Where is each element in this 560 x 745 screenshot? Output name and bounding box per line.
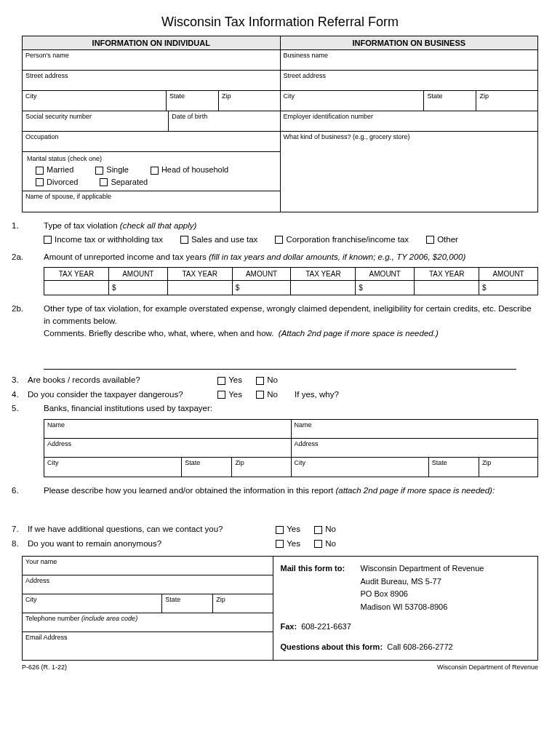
dob-field[interactable]: Date of birth [169,111,279,132]
ty1[interactable] [44,280,109,295]
th-amt-3: AMOUNT [356,267,415,280]
amt4[interactable]: $ [479,280,538,295]
bank1-city[interactable]: City [44,458,182,477]
q2b: 2b.Other type of tax violation, for exam… [22,303,538,340]
q4: 4.Do you consider the taxpayer dangerous… [22,389,538,401]
q3-no[interactable]: No [244,375,278,384]
q8-no[interactable]: No [303,539,336,548]
your-city[interactable]: City [23,594,162,613]
your-address[interactable]: Address [23,575,273,594]
questions-line: Questions about this form: Call 608-266-… [281,641,531,654]
your-info: Your name Address City State Zip Telepho… [23,557,273,660]
th-amt-2: AMOUNT [232,267,291,280]
q5: 5.Banks, financial institutions used by … [22,402,538,415]
form-number: P-626 (R. 1-22) [22,664,67,671]
mail-address: Wisconsin Department of RevenueAudit Bur… [361,562,484,613]
q4-yes[interactable]: Yes [206,390,242,399]
ssn-field[interactable]: Social security number [23,111,169,132]
your-zip[interactable]: Zip [213,594,272,613]
th-year-3: TAX YEAR [291,267,356,280]
bank2-zip[interactable]: Zip [479,458,537,477]
bus-state-field[interactable]: State [424,91,476,111]
bus-city-field[interactable]: City [281,91,425,111]
ty4[interactable] [415,280,479,295]
amt1[interactable]: $ [108,280,167,295]
bus-zip-field[interactable]: Zip [476,91,537,111]
section-headers: INFORMATION ON INDIVIDUAL INFORMATION ON… [22,36,538,50]
th-amt-1: AMOUNT [108,267,167,280]
bank2-state[interactable]: State [429,458,479,477]
ein-field[interactable]: Employer identification number [281,111,538,132]
q4-no[interactable]: No [244,390,278,399]
marital-single[interactable]: Single [95,165,129,175]
q2a: 2a.Amount of unreported income and tax y… [22,251,538,263]
bank2-address[interactable]: Address [292,439,538,458]
your-state[interactable]: State [162,594,213,613]
q3: 3.Are books / records available? Yes No [22,374,538,386]
individual-column: Person's name Street address City State … [23,50,281,212]
occupation-field[interactable]: Occupation [23,132,280,152]
header-individual: INFORMATION ON INDIVIDUAL [23,36,281,49]
th-year-4: TAX YEAR [415,267,479,280]
th-year-2: TAX YEAR [167,267,232,280]
bank2-city[interactable]: City [292,458,429,477]
q1-options: Income tax or withholding tax Sales and … [44,235,538,244]
q6: 6.Please describe how you learned and/or… [22,485,538,497]
bus-street-field[interactable]: Street address [281,71,538,91]
opt-income-tax[interactable]: Income tax or withholding tax [44,235,163,244]
info-grid: Person's name Street address City State … [22,50,538,212]
person-name-field[interactable]: Person's name [23,50,280,71]
amt3[interactable]: $ [356,280,415,295]
q7-yes[interactable]: Yes [264,525,300,533]
bank2-name[interactable]: Name [292,420,538,439]
your-email[interactable]: Email Address [23,632,273,651]
marital-hoh[interactable]: Head of household [151,165,228,175]
footer-dept: Wisconsin Department of Revenue [437,664,538,671]
ty2[interactable] [167,280,232,295]
your-name[interactable]: Your name [23,557,273,575]
header-business: INFORMATION ON BUSINESS [281,36,538,49]
your-phone[interactable]: Telephone number (include area code) [23,613,273,632]
bank1-state[interactable]: State [182,458,232,477]
fax-line: Fax: 608-221-6637 [281,621,531,634]
opt-sales-tax[interactable]: Sales and use tax [180,235,257,244]
spouse-field[interactable]: Name of spouse, if applicable [23,191,280,212]
mail-info: Mail this form to: Wisconsin Department … [273,557,538,660]
marital-label: Marital status (check one) [27,155,276,162]
q8-yes[interactable]: Yes [264,539,300,548]
divider [44,369,516,370]
q1: 1.Type of tax violation (check all that … [22,220,538,232]
marital-status-section: Marital status (check one) Married Singl… [23,152,280,191]
tax-year-table: TAX YEARAMOUNT TAX YEARAMOUNT TAX YEARAM… [44,267,538,295]
ty3[interactable] [291,280,356,295]
bank1-zip[interactable]: Zip [232,458,290,477]
q7-no[interactable]: No [303,525,336,533]
ind-city-field[interactable]: City [23,91,167,111]
business-name-field[interactable]: Business name [281,50,538,71]
ind-state-field[interactable]: State [167,91,219,111]
opt-other[interactable]: Other [426,235,458,244]
bottom-section: Your name Address City State Zip Telepho… [22,556,538,661]
marital-separated[interactable]: Separated [100,178,148,187]
opt-corp-tax[interactable]: Corporation franchise/income tax [275,235,409,244]
marital-divorced[interactable]: Divorced [36,178,78,187]
marital-married[interactable]: Married [36,165,73,175]
ind-street-field[interactable]: Street address [23,71,280,91]
q7: 7.If we have additional questions, can w… [22,523,538,535]
business-column: Business name Street address City State … [281,50,538,212]
q8: 8.Do you want to remain anonymous? Yes N… [22,538,538,550]
page-title: Wisconsin Tax Information Referral Form [22,15,538,30]
bank-grid: Name Address City State Zip Name Address… [44,419,538,477]
bank1-address[interactable]: Address [44,439,291,458]
amt2[interactable]: $ [232,280,291,295]
business-kind-field[interactable]: What kind of business? (e.g., grocery st… [281,132,538,210]
footer: P-626 (R. 1-22) Wisconsin Department of … [22,664,538,671]
ind-zip-field[interactable]: Zip [219,91,280,111]
mail-label: Mail this form to: [281,562,361,613]
bank1-name[interactable]: Name [44,420,291,439]
q3-yes[interactable]: Yes [206,375,242,384]
th-amt-4: AMOUNT [479,267,538,280]
th-year-1: TAX YEAR [44,267,109,280]
